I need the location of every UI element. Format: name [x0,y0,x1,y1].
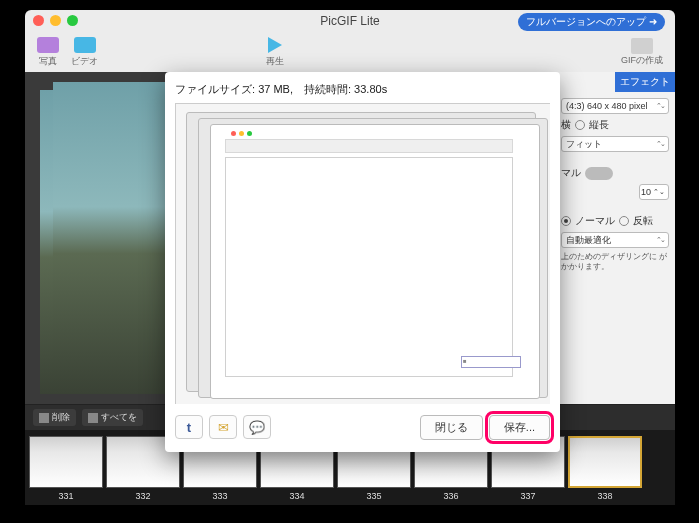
fit-select[interactable]: フィット [561,136,669,152]
create-gif-button[interactable]: GIFの作成 [621,38,663,67]
toolbar: 写真 ビデオ 再生 GIFの作成 [25,32,675,72]
opt-select[interactable]: 自動最適化 [561,232,669,248]
photo-icon [37,37,59,53]
frame-label: 332 [135,491,150,501]
frame-label: 338 [597,491,612,501]
frame-label: 336 [443,491,458,501]
play-icon [268,37,282,53]
fps-input[interactable]: 10⌃⌄ [639,184,669,200]
titlebar: PicGIF Lite フルバージョンへのアップ ➜ [25,10,675,32]
video-tab[interactable]: ビデオ [71,37,98,68]
frame-label: 335 [366,491,381,501]
close-icon[interactable] [33,15,44,26]
play-button[interactable]: 再生 [266,37,284,68]
delete-button[interactable]: 削除 [33,409,76,426]
frame-label: 334 [289,491,304,501]
sidebar: エフェクト (4:3) 640 x 480 pixel 横 縦長 フィット マル… [555,72,675,404]
share-tumblr-button[interactable]: t [175,415,203,439]
save-button[interactable]: 保存... [489,415,550,440]
frame-338[interactable]: 338 [568,436,642,501]
frame-label: 333 [212,491,227,501]
tab-effect[interactable]: エフェクト [615,72,675,92]
modal-footer: t ✉ 💬 閉じる 保存... [175,412,550,442]
select-all-button[interactable]: すべてを [82,409,143,426]
dither-note: 上のためのディザリングに がかかります。 [561,252,669,273]
export-modal: ファイルサイズ: 37 MB, 持続時間: 33.80s ■ t ✉ 💬 閉じる… [165,72,560,452]
video-icon [74,37,96,53]
select-icon [88,413,98,423]
aspect-radio[interactable] [575,120,585,130]
preview-area: ■ [175,103,550,404]
trash-icon [39,413,49,423]
window-title: PicGIF Lite [320,14,379,28]
thumb [29,436,103,488]
share-mail-button[interactable]: ✉ [209,415,237,439]
gif-icon [631,38,653,54]
frame-331[interactable]: 331 [29,436,103,501]
thumb [568,436,642,488]
photo-tab[interactable]: 写真 [37,37,59,68]
app-window: PicGIF Lite フルバージョンへのアップ ➜ 写真 ビデオ 再生 GIF… [25,10,675,505]
loop-normal-radio[interactable] [561,216,571,226]
upgrade-button[interactable]: フルバージョンへのアップ ➜ [518,13,665,31]
frame-label: 337 [520,491,535,501]
minimize-icon[interactable] [50,15,61,26]
traffic-lights [33,15,78,26]
share-message-button[interactable]: 💬 [243,415,271,439]
maximize-icon[interactable] [67,15,78,26]
frame-label: 331 [58,491,73,501]
modal-info: ファイルサイズ: 37 MB, 持続時間: 33.80s [175,82,550,97]
size-select[interactable]: (4:3) 640 x 480 pixel [561,98,669,114]
mode-pill[interactable] [585,167,613,180]
loop-reverse-radio[interactable] [619,216,629,226]
close-button[interactable]: 閉じる [420,415,483,440]
